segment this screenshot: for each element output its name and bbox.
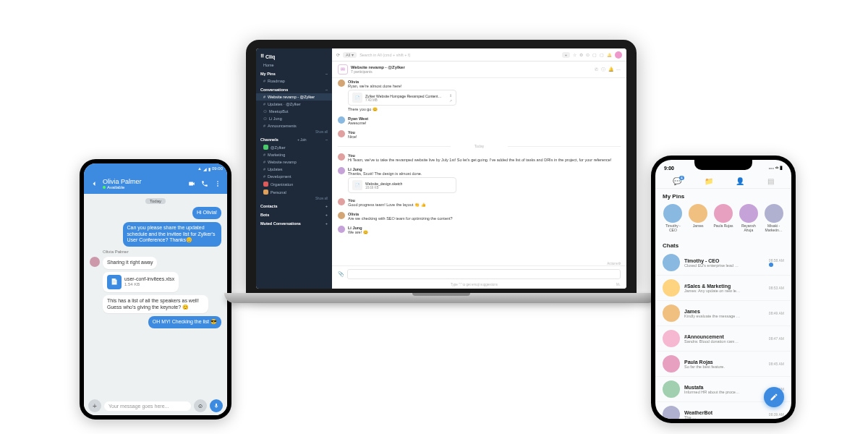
channel-subtitle[interactable]: 7 participants	[351, 69, 592, 74]
sidebar-section-bots[interactable]: Bots+	[256, 210, 332, 218]
bell-icon[interactable]: ▢	[600, 53, 604, 57]
file-attachment[interactable]: 📄 Zylker Website Hompage Revamped Conten…	[348, 90, 456, 106]
sidebar-section-mypins: My Pins–	[256, 69, 332, 77]
sidebar-conv-item[interactable]: ⊙Li Jung	[256, 115, 332, 122]
sidebar-channel-item[interactable]: @Zylker	[256, 143, 332, 151]
gear-icon[interactable]: ⚙	[579, 53, 583, 57]
show-all-link[interactable]: Show all	[256, 129, 332, 135]
chat-row[interactable]: #AnnouncementSandra: Blood donation cam……	[655, 326, 791, 352]
tab-chats[interactable]: 💬4	[673, 177, 681, 185]
sidebar-section-muted[interactable]: Muted Conversations+	[256, 218, 332, 227]
call-icon[interactable]: ✆	[595, 67, 598, 73]
clock-icon[interactable]: ⊙	[586, 53, 590, 57]
pins-row[interactable]: Timothy - CEO James Paula Rojas Reyansh …	[655, 201, 791, 238]
filter-dropdown[interactable]: All▾	[343, 52, 357, 58]
collapse-icon[interactable]: –	[326, 137, 328, 142]
avatar[interactable]	[338, 226, 345, 233]
pin-item[interactable]: Reyansh Ahuja	[738, 204, 759, 232]
download-icon[interactable]: ⬇	[449, 93, 452, 98]
phone-call-icon[interactable]	[201, 180, 208, 187]
back-icon[interactable]	[90, 179, 98, 188]
incoming-message[interactable]: This has a list of all the speakers as w…	[103, 295, 208, 314]
sidebar-home[interactable]: Home	[256, 61, 332, 69]
app-brand[interactable]: ⠿Cliq	[256, 51, 332, 61]
new-button[interactable]: +	[562, 52, 570, 58]
share-icon[interactable]: ↗	[449, 98, 452, 103]
collapse-icon[interactable]: –	[326, 72, 328, 76]
search-input[interactable]: Search in All (cmd + shift + f)	[359, 53, 559, 57]
outgoing-message[interactable]: Hi Olivia!	[192, 207, 221, 219]
avatar[interactable]	[90, 257, 100, 267]
attach-icon[interactable]: 📎	[338, 271, 344, 277]
message-input[interactable]: Your message goes here...	[104, 401, 191, 411]
chat-row[interactable]: #Sales & MarketingJames: Any update on n…	[655, 276, 791, 301]
iphone-device-frame: 9:00 ◦◦◦⌔▮ 💬4 📁 👤 ▤ My Pins Timothy - CE…	[651, 156, 796, 423]
notification-icon[interactable]: 🔔	[607, 53, 612, 57]
sidebar-channel-item[interactable]: #Website revamp	[256, 158, 332, 166]
avatar[interactable]	[338, 198, 345, 205]
avatar[interactable]	[338, 80, 345, 87]
user-avatar[interactable]	[615, 51, 622, 59]
tab-contacts[interactable]: 👤	[736, 177, 744, 185]
message[interactable]: OliviaAre we checking with SEO team for …	[338, 210, 621, 222]
star-icon[interactable]: ☆	[573, 53, 576, 57]
emoji-button[interactable]: ☺	[194, 399, 207, 412]
chat-row[interactable]: Timothy - CEOClosed EU's enterprise lead…	[655, 250, 791, 276]
sidebar-conv-item[interactable]: #Updates · @Zylker	[256, 101, 332, 108]
more-icon[interactable]	[214, 180, 221, 187]
sidebar-section-contacts[interactable]: Contacts+	[256, 201, 332, 210]
pin-item[interactable]: Timothy - CEO	[663, 204, 684, 232]
mic-button[interactable]	[210, 399, 223, 412]
sidebar-channel-item[interactable]: #Development	[256, 173, 332, 180]
chat-row[interactable]: Paula RojasSo far the best feature.08:45…	[655, 352, 791, 377]
message[interactable]: YouGood progress team! Love the layout 👏…	[338, 197, 621, 208]
sidebar-channel-item[interactable]: #Marketing	[256, 151, 332, 158]
video-call-icon[interactable]	[188, 180, 195, 187]
avatar[interactable]	[338, 167, 345, 174]
more-icon[interactable]: ⋯	[616, 67, 621, 73]
compose-fab[interactable]	[764, 387, 784, 407]
file-attachment[interactable]: 📄 Website_design.sketch18.69 KB	[348, 177, 456, 193]
file-name: user-conf-invitees.xlsx	[124, 276, 174, 283]
sidebar-channel-item[interactable]: Organization	[256, 180, 332, 188]
message[interactable]: YouHi Team, we've to take the revamped w…	[338, 152, 621, 163]
contact-info[interactable]: Olivia Palmer Available	[103, 178, 184, 190]
avatar[interactable]	[338, 130, 345, 137]
message[interactable]: Ryan WestAwesome!	[338, 115, 621, 127]
avatar[interactable]	[338, 116, 345, 124]
collapse-icon[interactable]: –	[326, 88, 328, 92]
sidebar-conv-item[interactable]: #Website revamp - @Zylker	[256, 93, 332, 101]
tab-channels[interactable]: 📁	[705, 177, 713, 185]
tab-calendar[interactable]: ▤	[767, 177, 774, 185]
message-input[interactable]	[347, 269, 621, 279]
info-icon[interactable]: ⓘ	[601, 67, 605, 73]
refresh-icon[interactable]: ⟳	[336, 53, 340, 57]
pin-item[interactable]: Paula Rojas	[713, 204, 734, 232]
attach-button[interactable]: +	[88, 399, 101, 412]
file-attachment[interactable]: 📄 user-conf-invitees.xlsx 1.54 KB	[103, 272, 179, 292]
sidebar-channel-item[interactable]: Personal	[256, 188, 332, 196]
sidebar-item-roadmap[interactable]: #Roadmap	[256, 77, 332, 85]
avatar[interactable]	[338, 153, 345, 161]
message[interactable]: Li JungWe are! 😊	[338, 224, 621, 236]
show-all-link[interactable]: Show all	[256, 196, 332, 201]
contact-name: Olivia Palmer	[103, 178, 184, 185]
message[interactable]: YouNice!	[338, 129, 621, 140]
pin-item[interactable]: James	[688, 204, 709, 232]
sidebar-conv-item[interactable]: #Announcements	[256, 122, 332, 129]
sidebar-conv-item[interactable]: ⊙MeetupBot	[256, 108, 332, 115]
incoming-message[interactable]: Sharing it right away	[103, 257, 157, 269]
outgoing-message[interactable]: Can you please share the updated schedul…	[123, 222, 222, 247]
mute-icon[interactable]: 🔔	[608, 67, 613, 73]
chat-row[interactable]: JamesKindly evaluate the message …08:49 …	[655, 301, 791, 326]
android-status-bar: ▲ ◢ ▮ 09:00	[84, 163, 227, 174]
outgoing-message[interactable]: OH MY! Checking the list 😎	[148, 316, 221, 328]
sidebar-channel-item[interactable]: #Updates	[256, 166, 332, 173]
message[interactable]: Li Jung Thanks, Scott! The design is alm…	[338, 166, 621, 195]
pin-item[interactable]: Misaki - Marketin…	[763, 204, 784, 232]
calendar-icon[interactable]: ▢	[592, 53, 597, 57]
message[interactable]: Olivia Ryan, we're almost done here! 📄 Z…	[338, 78, 621, 113]
join-link[interactable]: + Join	[297, 138, 306, 142]
avatar[interactable]	[338, 212, 345, 219]
markdown-toggle[interactable]: M↓	[616, 283, 626, 286]
